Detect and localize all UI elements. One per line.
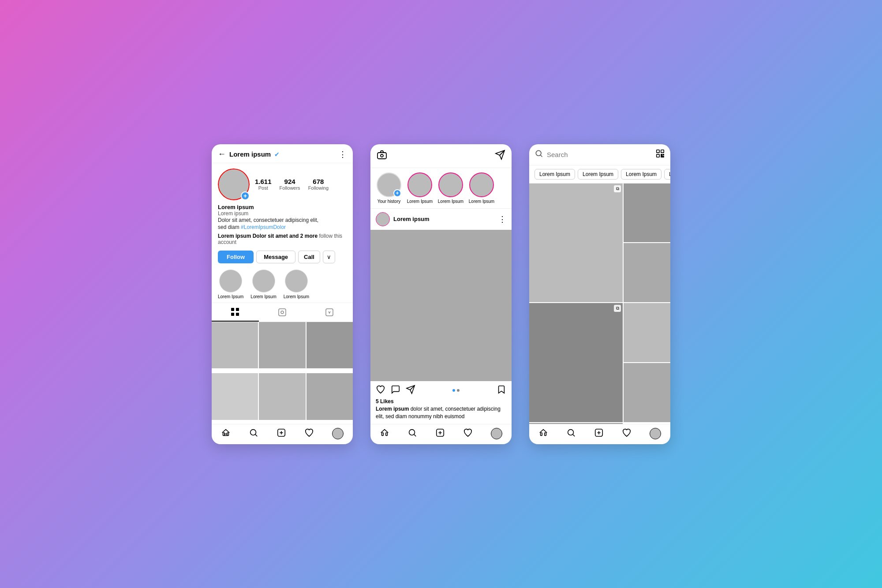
svg-point-10 — [250, 429, 256, 435]
nav-home-search[interactable] — [538, 428, 548, 440]
stat-following[interactable]: 678 Following — [308, 178, 329, 191]
tag-pill-2[interactable]: Lorem Ipsum — [621, 169, 662, 180]
highlights-row: Lorem Ipsum Lorem Ipsum Lorem Ipsum — [212, 266, 353, 303]
svg-rect-1 — [236, 308, 239, 311]
bio-text-line1: Dolor sit amet, consectetuer adipiscing … — [218, 217, 318, 223]
svg-line-25 — [541, 155, 542, 157]
highlight-item[interactable]: Lorem Ipsum — [250, 270, 276, 299]
grid-cell[interactable] — [212, 322, 258, 368]
nav-profile-avatar[interactable] — [332, 428, 344, 439]
nav-heart-feed[interactable] — [463, 428, 473, 440]
highlight-circle-1 — [219, 270, 242, 292]
svg-point-16 — [381, 154, 383, 157]
multi-icon: ⧉ — [614, 185, 621, 192]
grid-cell[interactable] — [306, 322, 353, 368]
grid-cell[interactable] — [306, 373, 353, 419]
story-circle-2 — [438, 172, 463, 197]
grid-cell[interactable] — [259, 322, 305, 368]
bio-followed-by: Lorem ipsum Dolor sit amet — [218, 233, 288, 239]
nav-home[interactable] — [221, 428, 231, 440]
bio-and-more-bold[interactable]: and 2 more — [289, 233, 318, 239]
highlight-item[interactable]: Lorem Ipsum — [284, 270, 309, 299]
nav-add-feed[interactable] — [435, 428, 445, 440]
caption-username[interactable]: Lorem ipsum — [376, 406, 409, 412]
explore-cell-large-3[interactable]: ⧉ — [529, 423, 623, 424]
send-icon[interactable] — [495, 150, 505, 162]
svg-rect-29 — [661, 154, 662, 155]
tags-row: Lorem Ipsum Lorem Ipsum Lorem Ipsum Lore… — [529, 165, 670, 184]
nav-profile-avatar-feed[interactable] — [491, 428, 502, 439]
search-header — [529, 144, 670, 165]
story-item-2[interactable]: Lorem Ipsum — [437, 172, 464, 204]
nav-add-search[interactable] — [594, 428, 604, 440]
svg-rect-6 — [326, 309, 333, 316]
followers-count: 924 — [284, 178, 295, 185]
story-item-3[interactable]: Lorem Ipsum — [468, 172, 495, 204]
post-avatar[interactable] — [376, 212, 390, 226]
nav-search[interactable] — [249, 428, 258, 440]
nav-search-feed[interactable] — [407, 428, 417, 440]
explore-cell-2[interactable] — [624, 243, 670, 302]
following-count: 678 — [313, 178, 324, 185]
story-label-1: Lorem Ipsum — [407, 199, 433, 204]
explore-cell-large-1[interactable]: ⧉ — [529, 184, 623, 303]
dropdown-button[interactable]: ∨ — [323, 251, 335, 263]
like-icon[interactable] — [376, 385, 385, 397]
tab-grid[interactable] — [212, 303, 259, 322]
tag-pill-0[interactable]: Lorem Ipsum — [534, 169, 575, 180]
tab-reels[interactable] — [259, 303, 306, 322]
nav-add[interactable] — [277, 428, 286, 440]
stat-followers[interactable]: 924 Followers — [280, 178, 300, 191]
nav-search-search[interactable] — [566, 428, 576, 440]
back-button[interactable]: ← — [218, 150, 226, 159]
story-item-1[interactable]: Lorem Ipsum — [407, 172, 433, 204]
bottom-nav-search — [529, 424, 670, 444]
bio-subtitle: Lorem ipsum — [218, 210, 347, 217]
svg-rect-31 — [661, 156, 662, 157]
explore-cell-4[interactable] — [624, 363, 670, 422]
nav-profile-avatar-search[interactable] — [650, 428, 661, 439]
bio-hashtag[interactable]: #LoremIpsumDolor — [241, 224, 286, 230]
share-icon[interactable] — [406, 385, 415, 397]
explore-cell-3[interactable] — [624, 303, 670, 362]
grid-cell[interactable] — [212, 373, 258, 419]
highlight-item[interactable]: Lorem Ipsum — [218, 270, 243, 299]
phone-feed: + Your history Lorem Ipsum Lorem Ipsum L… — [370, 144, 512, 444]
search-input[interactable] — [547, 151, 652, 158]
svg-point-19 — [409, 429, 415, 435]
follow-button[interactable]: Follow — [218, 251, 254, 263]
comment-icon[interactable] — [391, 385, 400, 397]
tag-pill-3[interactable]: Lorem — [664, 169, 670, 180]
post-menu[interactable]: ⋮ — [498, 214, 506, 224]
your-story-label: Your history — [377, 199, 400, 204]
explore-cell-large-2[interactable]: ⧉ — [529, 303, 623, 422]
tag-pill-1[interactable]: Lorem Ipsum — [578, 169, 618, 180]
svg-point-24 — [536, 150, 541, 156]
message-button[interactable]: Message — [256, 251, 295, 263]
nav-heart[interactable] — [304, 428, 314, 440]
call-button[interactable]: Call — [298, 251, 320, 263]
post-actions-left — [376, 385, 415, 397]
save-icon[interactable] — [497, 385, 506, 397]
highlight-label-1: Lorem Ipsum — [218, 294, 243, 299]
nav-home-feed[interactable] — [380, 428, 389, 440]
tab-tagged[interactable] — [306, 303, 353, 322]
stories-row: + Your history Lorem Ipsum Lorem Ipsum L… — [370, 168, 512, 209]
add-story-button[interactable]: + — [241, 191, 250, 200]
camera-icon[interactable] — [377, 150, 387, 162]
profile-header: ← Lorem ipsum ✔ ⋮ — [212, 144, 353, 163]
grid-cell[interactable] — [259, 373, 305, 419]
phone-profile: ← Lorem ipsum ✔ ⋮ + 1.611 Post 924 Follo… — [212, 144, 353, 444]
feed-header — [370, 144, 512, 168]
post-username[interactable]: Lorem ipsum — [393, 216, 430, 222]
qr-icon[interactable] — [655, 149, 665, 161]
nav-heart-search[interactable] — [622, 428, 632, 440]
story-item-yours[interactable]: + Your history — [376, 172, 402, 204]
story-circle-1 — [407, 172, 432, 197]
reels-icon — [278, 308, 287, 317]
menu-button[interactable]: ⋮ — [339, 150, 347, 159]
svg-rect-17 — [381, 433, 383, 435]
explore-cell-1[interactable] — [624, 184, 670, 243]
phone-search: Lorem Ipsum Lorem Ipsum Lorem Ipsum Lore… — [529, 144, 670, 444]
highlight-circle-2 — [252, 270, 275, 292]
